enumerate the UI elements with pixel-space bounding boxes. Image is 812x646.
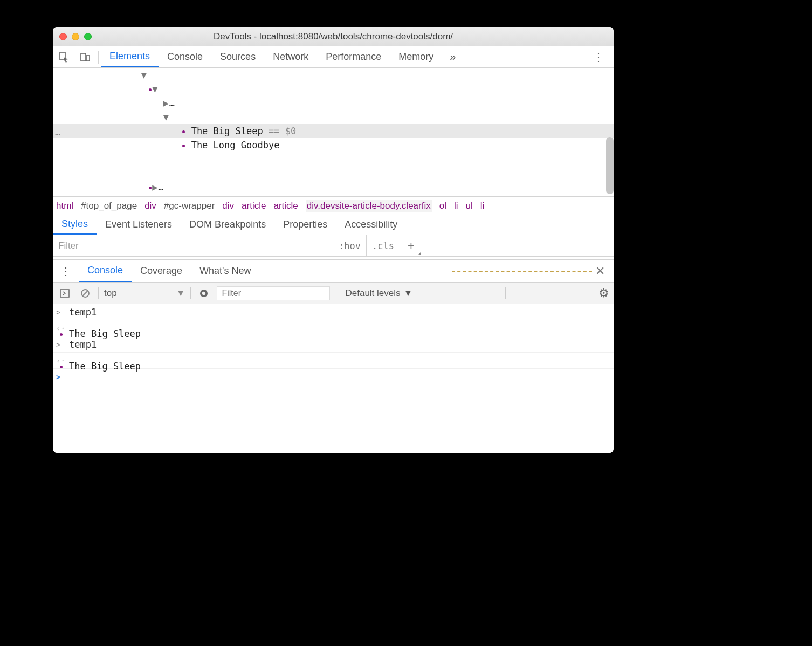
input-chevron-icon: >: [56, 308, 69, 317]
execution-context-selector[interactable]: top ▼: [104, 288, 185, 299]
live-expression-icon[interactable]: [196, 286, 211, 301]
breadcrumb-item[interactable]: li: [454, 201, 458, 211]
dom-node-line[interactable]: [53, 152, 614, 166]
zoom-window-button[interactable]: [84, 33, 92, 40]
dom-node-line[interactable]: ▼: [53, 68, 614, 82]
styles-filter-input[interactable]: [53, 235, 333, 256]
style-placeholder-dashed: [452, 271, 592, 273]
tab-network[interactable]: Network: [264, 46, 317, 67]
main-tabs: ElementsConsoleSourcesNetworkPerformance…: [101, 46, 442, 67]
console-toolbar: top ▼ Default levels ▼ ⚙: [53, 283, 614, 304]
console-settings-icon[interactable]: ⚙: [598, 286, 609, 300]
drawer-tab-console[interactable]: Console: [79, 260, 132, 282]
svg-rect-2: [86, 56, 90, 61]
execution-context-label: top: [104, 288, 117, 299]
breadcrumb-item[interactable]: ul: [466, 201, 473, 211]
console-sidebar-toggle-icon[interactable]: [57, 286, 72, 301]
breadcrumb-item[interactable]: div: [144, 201, 156, 211]
separator: [98, 287, 99, 299]
hov-toggle[interactable]: :hov: [333, 235, 367, 256]
window-title: DevTools - localhost:8080/web/tools/chro…: [214, 31, 453, 42]
elements-dom-tree[interactable]: ▼ ▼ ▶… ▼ The Big Sleep == $0 The Long Go…: [53, 68, 614, 196]
dom-node-line[interactable]: The Big Sleep == $0: [53, 124, 614, 138]
separator: [190, 287, 191, 299]
sidebar-tab-accessibility[interactable]: Accessibility: [336, 215, 406, 235]
tab-sources[interactable]: Sources: [211, 46, 264, 67]
dom-node-line[interactable]: ▼: [53, 110, 614, 124]
console-return-value: The Big Sleep: [69, 318, 141, 339]
dom-node-line[interactable]: ▶…: [53, 180, 614, 194]
breadcrumb-item[interactable]: div.devsite-article-body.clearfix: [306, 200, 432, 212]
drawer-tab-coverage[interactable]: Coverage: [132, 260, 191, 282]
drawer-tab-what-s-new[interactable]: What's New: [191, 260, 259, 282]
main-toolbar: ElementsConsoleSourcesNetworkPerformance…: [53, 46, 614, 68]
console-text: temp1: [69, 339, 97, 350]
sidebar-tab-event-listeners[interactable]: Event Listeners: [97, 215, 181, 235]
selected-node-gutter-icon: …: [55, 125, 60, 139]
minimize-window-button[interactable]: [72, 33, 79, 40]
breadcrumb-item[interactable]: html: [56, 201, 73, 211]
log-level-selector[interactable]: Default levels ▼: [345, 288, 412, 299]
console-filter-input[interactable]: [217, 286, 330, 300]
breadcrumb-item[interactable]: article: [242, 201, 266, 211]
chevron-down-icon: ▼: [176, 288, 185, 299]
console-return-row: ‹· The Big Sleep: [53, 320, 614, 336]
breadcrumb-item[interactable]: li: [480, 201, 485, 211]
breadcrumb-item[interactable]: article: [273, 201, 298, 211]
breadcrumbs: html#top_of_pagediv#gc-wrapperdivarticle…: [53, 196, 614, 215]
inspect-element-icon[interactable]: [53, 46, 74, 68]
breadcrumb-item[interactable]: #gc-wrapper: [164, 201, 215, 211]
chevron-down-icon: ▼: [404, 288, 413, 299]
sidebar-tabs: StylesEvent ListenersDOM BreakpointsProp…: [53, 215, 614, 235]
devtools-window: DevTools - localhost:8080/web/tools/chro…: [53, 27, 614, 453]
console-text: temp1: [69, 307, 97, 318]
console-return-value: The Big Sleep: [69, 350, 141, 372]
breadcrumb-item[interactable]: div: [222, 201, 234, 211]
scrollbar-thumb[interactable]: [606, 137, 614, 194]
console-return-row: ‹· The Big Sleep: [53, 353, 614, 369]
tab-console[interactable]: Console: [159, 46, 211, 67]
tab-elements[interactable]: Elements: [101, 46, 159, 67]
tab-performance[interactable]: Performance: [317, 46, 390, 67]
prompt-chevron-icon: >: [56, 373, 69, 381]
dom-node-line[interactable]: The Long Goodbye: [53, 138, 614, 152]
console-output[interactable]: > temp1‹· The Big Sleep> temp1‹· The Big…: [53, 304, 614, 453]
svg-point-7: [202, 291, 205, 294]
drawer-kebab-icon[interactable]: ⋮: [53, 265, 79, 278]
new-style-rule-button[interactable]: +: [400, 235, 422, 256]
device-toolbar-icon[interactable]: [74, 46, 96, 68]
sidebar-tab-dom-breakpoints[interactable]: DOM Breakpoints: [181, 215, 274, 235]
svg-rect-1: [81, 53, 86, 61]
titlebar: DevTools - localhost:8080/web/tools/chro…: [53, 27, 614, 46]
tab-memory[interactable]: Memory: [390, 46, 442, 67]
more-tabs-icon[interactable]: »: [442, 51, 463, 63]
log-level-label: Default levels: [345, 288, 400, 299]
styles-filter-row: :hov .cls +: [53, 235, 614, 257]
svg-line-5: [82, 291, 88, 296]
breadcrumb-item[interactable]: #top_of_page: [81, 201, 137, 211]
dom-node-line[interactable]: ▼: [53, 82, 614, 96]
settings-kebab-icon[interactable]: ⋮: [583, 51, 614, 64]
dom-node-line[interactable]: [53, 166, 614, 180]
traffic-lights: [59, 33, 92, 40]
input-chevron-icon: >: [56, 340, 69, 349]
dom-node-line[interactable]: ▶…: [53, 96, 614, 110]
separator: [98, 51, 99, 64]
breadcrumb-item[interactable]: ol: [439, 201, 446, 211]
clear-console-icon[interactable]: [78, 286, 93, 301]
console-prompt-row[interactable]: >: [53, 369, 614, 385]
close-window-button[interactable]: [59, 33, 67, 40]
sidebar-tab-styles[interactable]: Styles: [53, 215, 97, 235]
sidebar-tab-properties[interactable]: Properties: [274, 215, 336, 235]
separator: [505, 287, 506, 299]
cls-toggle[interactable]: .cls: [367, 235, 400, 256]
